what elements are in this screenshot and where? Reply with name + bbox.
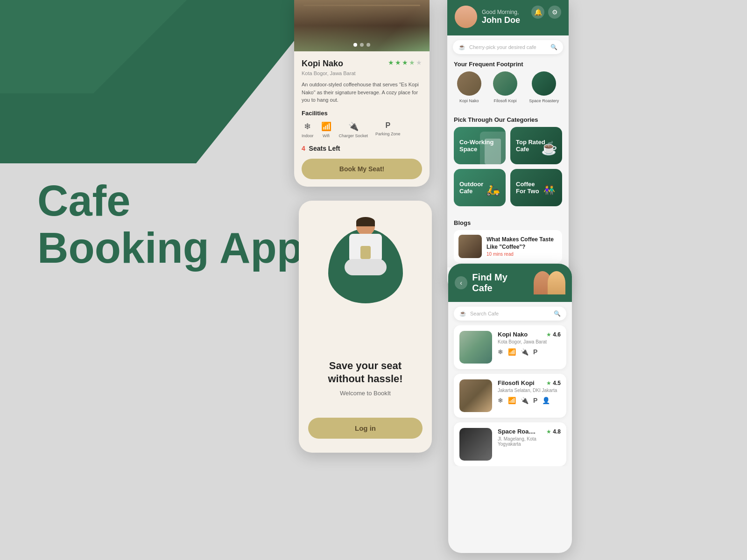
- kopi-nako-rating-num: 4.6: [553, 331, 561, 338]
- header-user-info: Good Morning, John Doe: [455, 6, 520, 28]
- kopi-nako-wifi-icon: 📶: [508, 348, 516, 356]
- search-cafe-icon: ☕: [458, 44, 465, 50]
- indoor-icon: ❄: [304, 121, 311, 132]
- categories-section-title: Pick Through Our Categories: [447, 110, 569, 127]
- kopi-nako-label: Kopi Nako: [459, 98, 479, 103]
- parking-label: Parking Zone: [375, 132, 401, 136]
- star-4: ★: [409, 59, 415, 66]
- category-coworking-label: Co-WorkingSpace: [459, 139, 493, 153]
- user-name: John Doe: [482, 15, 520, 25]
- cafe-hero-image: [294, 0, 430, 51]
- filosofi-wifi-icon: 📶: [508, 397, 516, 404]
- kopi-nako-list-info: Kopi Nako ★ 4.6 Kota Bogor, Jawa Barat ❄…: [498, 331, 561, 356]
- filosofi-list-info: Filosofi Kopi ★ 4.5 Jakarta Selatan, DKI…: [498, 379, 561, 404]
- star-5: ★: [416, 59, 422, 66]
- space-list-info: Space Roa.... ★ 4.8 Jl. Magelang, Kota Y…: [498, 428, 561, 450]
- cafe-list-item-space[interactable]: Space Roa.... ★ 4.8 Jl. Magelang, Kota Y…: [454, 422, 566, 466]
- splash-illustration: [335, 215, 396, 299]
- greeting-text: Good Morning,: [482, 9, 520, 15]
- phone-home-screen: Good Morning, John Doe 🔔 ⚙ ☕ Cherry-pick…: [447, 0, 569, 292]
- category-outdoor-label: OutdoorCafe: [459, 181, 483, 195]
- star-3: ★: [402, 59, 408, 66]
- phone-find-cafe-screen: ‹ Find My Cafe ☕ Search Cafe 🔍 Kopi Nako…: [448, 264, 572, 553]
- blog-info: What Makes Coffee Taste Like "Coffee"? 1…: [486, 236, 557, 257]
- back-button[interactable]: ‹: [455, 276, 467, 289]
- indoor-label: Indoor: [302, 133, 314, 138]
- space-list-name: Space Roa....: [498, 428, 536, 435]
- seats-left: 4 Seats Left: [302, 145, 422, 152]
- cafe-description: An outdoor-styled coffeehouse that serve…: [302, 81, 422, 104]
- wifi-label: Wifi: [323, 133, 330, 138]
- carousel-dot-2: [360, 43, 364, 47]
- space-list-image: [459, 428, 492, 461]
- filosofi-indoor-icon: ❄: [498, 397, 503, 404]
- blog-title-text: What Makes Coffee Taste Like "Coffee"?: [486, 236, 557, 251]
- header-action-icons: 🔔 ⚙: [531, 6, 561, 19]
- cafe-rating-stars: ★ ★ ★ ★ ★: [388, 59, 422, 66]
- kopi-nako-location: Kota Bogor, Jawa Barat: [498, 339, 561, 344]
- frequent-section-title: Your Frequent Footprint: [447, 54, 569, 71]
- frequent-space-roastery[interactable]: Space Roastery: [529, 71, 559, 103]
- hero-title: Cafe Booking App: [37, 177, 303, 272]
- find-header-people: [534, 271, 565, 294]
- charger-label: Charger Socket: [339, 133, 368, 138]
- home-search-bar[interactable]: ☕ Cherry-pick your desired cafe 🔍: [453, 40, 563, 54]
- cafe-location: Kota Bogor, Jawa Barat: [302, 70, 422, 76]
- facility-charger: 🔌 Charger Socket: [339, 121, 368, 138]
- cafe-name: Kopi Nako: [302, 59, 343, 69]
- facilities-title: Facilities: [302, 110, 422, 117]
- filosofi-kopi-avatar: [493, 71, 517, 96]
- home-header: Good Morning, John Doe 🔔 ⚙: [447, 0, 569, 35]
- splash-text: Save your seat without hassle! Welcome t…: [299, 359, 432, 406]
- outdoor-image: 🛵: [480, 174, 506, 206]
- carousel-dot-1: [353, 43, 357, 47]
- filosofi-person-icon: 👤: [542, 397, 550, 404]
- find-cafe-search[interactable]: ☕ Search Cafe 🔍: [454, 307, 566, 321]
- kopi-nako-list-image: [459, 331, 492, 364]
- frequent-kopi-nako[interactable]: Kopi Nako: [457, 71, 481, 103]
- cafe-list-item-filosofi[interactable]: Filosofi Kopi ★ 4.5 Jakarta Selatan, DKI…: [454, 374, 566, 418]
- category-coworking[interactable]: Co-WorkingSpace: [454, 127, 506, 164]
- cafe-list-item-kopi-nako[interactable]: Kopi Nako ★ 4.6 Kota Bogor, Jawa Barat ❄…: [454, 325, 566, 369]
- filosofi-rating: ★ 4.5: [546, 380, 561, 386]
- categories-grid: Co-WorkingSpace Top RatedCafe ☕ OutdoorC…: [447, 127, 569, 213]
- phone-detail-screen: Kopi Nako ★ ★ ★ ★ ★ Kota Bogor, Jawa Bar…: [294, 0, 430, 187]
- filosofi-location: Jakarta Selatan, DKI Jakarta: [498, 388, 561, 393]
- frequent-filosofi-kopi[interactable]: Filosofi Kopi: [493, 71, 517, 103]
- filosofi-list-name: Filosofi Kopi: [498, 379, 535, 386]
- filosofi-charger-icon: 🔌: [521, 397, 529, 404]
- kopi-nako-parking-icon: P: [533, 348, 537, 356]
- settings-button[interactable]: ⚙: [548, 6, 561, 19]
- charger-icon: 🔌: [348, 121, 359, 132]
- cafe-detail-content: Kopi Nako ★ ★ ★ ★ ★ Kota Bogor, Jawa Bar…: [294, 51, 430, 187]
- space-roastery-avatar: [532, 71, 556, 96]
- notification-button[interactable]: 🔔: [531, 6, 544, 19]
- search-magnify-icon: 🔍: [550, 44, 557, 50]
- person-2: [548, 271, 565, 294]
- wifi-icon: 📶: [321, 121, 331, 132]
- kopi-nako-star: ★: [546, 331, 551, 338]
- book-seat-button[interactable]: Book My Seat!: [302, 159, 422, 179]
- kopi-nako-facilities: ❄ 📶 🔌 P: [498, 348, 561, 356]
- star-2: ★: [395, 59, 401, 66]
- facility-parking: P Parking Zone: [375, 121, 401, 138]
- login-button[interactable]: Log in: [308, 418, 423, 439]
- frequent-footprint-row: Kopi Nako Filosofi Kopi Space Roastery: [447, 71, 569, 110]
- category-top-rated[interactable]: Top RatedCafe ☕: [510, 127, 562, 164]
- parking-icon: P: [385, 121, 390, 130]
- find-cafe-header: ‹ Find My Cafe: [448, 264, 572, 302]
- category-outdoor[interactable]: OutdoorCafe 🛵: [454, 169, 506, 206]
- category-coffee-for-two-label: CoffeeFor Two: [516, 181, 539, 195]
- star-1: ★: [388, 59, 394, 66]
- space-roastery-label: Space Roastery: [529, 98, 559, 103]
- search-placeholder-text: Cherry-pick your desired cafe: [469, 44, 547, 50]
- space-rating-num: 4.8: [553, 428, 561, 435]
- kopi-nako-avatar: [457, 71, 481, 96]
- cafe-list: Kopi Nako ★ 4.6 Kota Bogor, Jawa Barat ❄…: [448, 325, 572, 466]
- category-coffee-for-two[interactable]: CoffeeFor Two 👫: [510, 169, 562, 206]
- facilities-row: ❄ Indoor 📶 Wifi 🔌 Charger Socket P Parki…: [302, 121, 422, 138]
- blog-card-1[interactable]: What Makes Coffee Taste Like "Coffee"? 1…: [454, 230, 562, 263]
- filosofi-facilities: ❄ 📶 🔌 P 👤: [498, 397, 561, 404]
- blog-thumbnail: [458, 235, 482, 258]
- hero-text-block: Cafe Booking App: [37, 177, 303, 272]
